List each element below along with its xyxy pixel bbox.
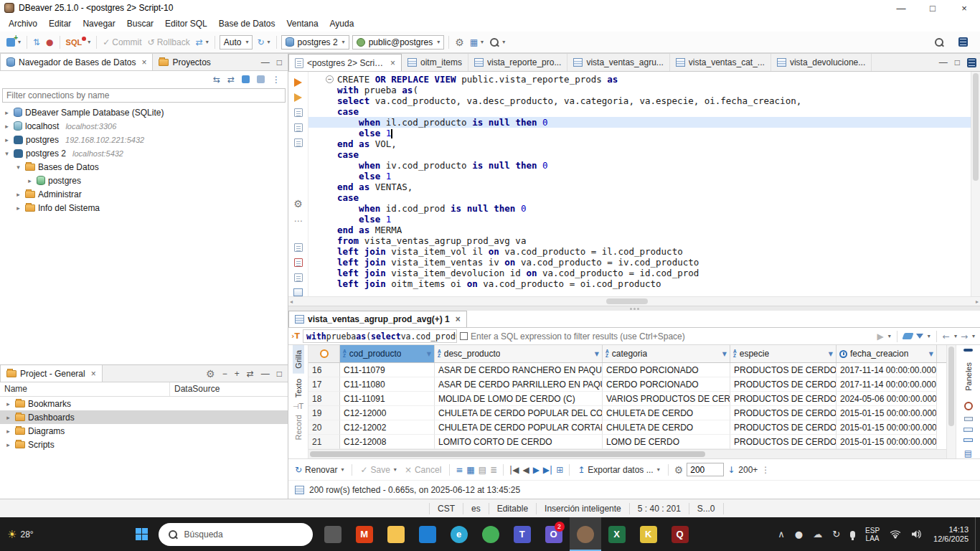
cell-categoria[interactable]: CHULETA DE CERDO [603, 420, 730, 435]
editor-tab-vista-ventas-agru[interactable]: vista_ventas_agru... [567, 54, 669, 71]
code-line-14[interactable]: else 1 [308, 214, 971, 225]
chevron-down-icon[interactable]: ▾ [14, 164, 22, 171]
code-line-16[interactable]: from vista_ventas_agrup_prod_avg va [308, 235, 971, 246]
execute-statement-button[interactable] [294, 78, 302, 87]
tray-chevron-icon[interactable]: ∧ [773, 517, 790, 551]
code-line-5[interactable]: when il.cod_producto is null then 0 [308, 117, 971, 128]
disconnect-icon[interactable] [257, 75, 265, 83]
taskbar-dbeaver-icon[interactable] [570, 517, 601, 551]
minimize-panel-icon[interactable]: — [261, 57, 270, 67]
cell-fecha-creacion[interactable]: 2015-01-15 00:00:00.000 [837, 420, 937, 435]
volume-icon[interactable] [906, 517, 927, 551]
chevron-right-icon[interactable]: ▸ [14, 191, 22, 198]
collapse-icon[interactable]: − [222, 369, 227, 379]
weather-widget[interactable]: ☀ 28° [0, 517, 41, 551]
maximize-button[interactable]: □ [917, 0, 948, 16]
chevron-right-icon[interactable]: ▸ [3, 123, 11, 130]
language-indicator[interactable]: es [463, 503, 489, 514]
column-datasource[interactable]: DataSource [170, 382, 224, 396]
next-page-icon[interactable]: ▶ [533, 465, 540, 475]
maximize-editor-icon[interactable]: □ [955, 57, 960, 67]
value-panel-icon[interactable]: ⊣T [293, 402, 303, 410]
table-row-16[interactable]: 16C11-11079ASAR DE CERDO RANCHERO EN PAQ… [308, 363, 946, 377]
tab-grid[interactable]: Grilla [293, 345, 304, 374]
grid-presentation-button[interactable]: ▦▾ [467, 36, 486, 49]
view-menu-icon[interactable]: ⋮ [272, 75, 281, 85]
duplicate-row-icon[interactable]: ▤ [479, 465, 486, 475]
editor-settings-icon[interactable]: ⚙ [293, 198, 303, 209]
close-tab-icon[interactable]: × [390, 58, 395, 68]
chevron-right-icon[interactable]: ▸ [14, 204, 22, 212]
menu-editar[interactable]: Editar [43, 17, 77, 30]
table-row-19[interactable]: 19C12-12000CHULETA DE CERDO POPULAR DEL … [308, 406, 946, 420]
grouping-panel-icon[interactable] [963, 438, 973, 442]
prev-page-icon[interactable]: ◀ [522, 465, 529, 475]
code-line-2[interactable]: with prueba as( [308, 85, 971, 95]
toolbar-panels-button[interactable] [956, 36, 971, 48]
editor-panels-icon[interactable] [967, 58, 976, 67]
cell-desc-producto[interactable]: ASAR DE CERDO PARRILLERO EN PAQUETE [435, 377, 603, 392]
clock[interactable]: 14:13 12/6/2025 [927, 525, 975, 544]
tree-item-postgres[interactable]: ▸postgres [0, 174, 288, 187]
history-forward-icon[interactable]: → [961, 331, 968, 342]
quick-search-button[interactable] [931, 36, 947, 49]
cell-especie[interactable]: PRODUCTOS DE CERDO [730, 435, 837, 449]
minimize-panel-icon[interactable]: — [261, 369, 270, 379]
columns-config-icon[interactable]: ≡ [456, 465, 463, 475]
cell-cod-producto[interactable]: C12-12000 [340, 406, 435, 420]
expand-filter-icon[interactable] [460, 332, 468, 340]
code-line-6[interactable]: else 1 [308, 128, 971, 138]
taskbar-teams-icon[interactable]: T [507, 517, 538, 551]
cell-desc-producto[interactable]: CHULETA DE CERDO POPULAR DEL CORRA [435, 406, 603, 420]
code-line-17[interactable]: left join vista_item_vol il on va.cod_pr… [308, 246, 971, 257]
project-item-scripts[interactable]: ▸Scripts [0, 438, 288, 451]
toolbar-overflow-icon[interactable]: ⋮ [761, 465, 770, 475]
menu-base-de-datos[interactable]: Base de Datos [213, 17, 281, 30]
project-item-dashboards[interactable]: ▸Dashboards [0, 410, 288, 424]
code-line-15[interactable]: end as MERMA [308, 225, 971, 235]
export-data-button[interactable]: ↥ Exportar datos ... ▾ [575, 463, 661, 476]
filter-dropdown-icon[interactable]: ▼ [595, 351, 599, 357]
scroll-left-icon[interactable]: ◂ [290, 298, 293, 305]
taskbar-chrome-icon[interactable] [475, 517, 507, 551]
code-line-11[interactable]: end as VENTAS, [308, 182, 971, 192]
editor-tab-vista-devolucione[interactable]: vista_devolucione... [771, 54, 872, 71]
editable-indicator[interactable]: Editable [489, 503, 536, 514]
value-viewer-icon[interactable]: ▤ [964, 448, 972, 458]
add-row-icon[interactable]: ▦ [466, 465, 474, 475]
cell-categoria[interactable]: CERDO PORCIONADO [603, 363, 730, 377]
row-number-cell[interactable]: 21 [308, 435, 340, 449]
cell-fecha-creacion[interactable]: 2015-01-15 00:00:00.000 [837, 435, 937, 449]
apply-filter-icon[interactable]: ▶ [877, 331, 884, 342]
fetch-more-label[interactable]: 200+ [738, 465, 758, 475]
refresh-button[interactable]: ↻ Renovar ▾ [293, 463, 346, 476]
menu-archivo[interactable]: Archivo [3, 17, 43, 30]
toggle-panels-icon[interactable] [963, 349, 973, 352]
scroll-thumb[interactable] [606, 298, 648, 304]
clear-filter-icon[interactable] [902, 333, 913, 339]
metadata-panel-icon[interactable] [963, 428, 973, 431]
close-icon[interactable]: × [91, 369, 96, 379]
datasource-settings-button[interactable]: ⚙ [452, 35, 467, 50]
tab-text[interactable]: Texto [293, 374, 304, 402]
execute-script-button[interactable] [294, 93, 302, 102]
table-row-17[interactable]: 17C11-11080ASAR DE CERDO PARRILLERO EN P… [308, 377, 946, 392]
execute-as-script-button[interactable] [294, 108, 303, 117]
search-objects-button[interactable]: ▾ [486, 36, 508, 49]
caret-position-indicator[interactable]: 5 : 40 : 201 [629, 503, 689, 514]
chevron-right-icon[interactable]: ▸ [3, 136, 11, 143]
row-number-cell[interactable]: 17 [308, 377, 340, 392]
minimize-button[interactable]: — [885, 0, 917, 16]
tree-item-administrar[interactable]: ▸Administrar [0, 187, 288, 201]
cell-especie[interactable]: PRODUCTOS DE CERDO [730, 392, 837, 406]
row-number-cell[interactable]: 20 [308, 420, 340, 435]
code-line-3[interactable]: select va.cod_producto, va.desc_producto… [308, 95, 971, 106]
tray-mic-icon[interactable] [845, 517, 860, 551]
column-name[interactable]: Name [0, 382, 170, 396]
editor-tab-postgres-2-scrip[interactable]: <postgres 2> Scrip...× [288, 54, 402, 71]
scroll-right-icon[interactable]: ▸ [976, 298, 979, 305]
editor-results-sash[interactable] [288, 306, 980, 311]
connection-combo[interactable]: postgres 2▾ [281, 35, 349, 50]
transaction-log-button[interactable]: ↻▾ [254, 36, 273, 49]
row-number-cell[interactable]: 16 [308, 363, 340, 377]
